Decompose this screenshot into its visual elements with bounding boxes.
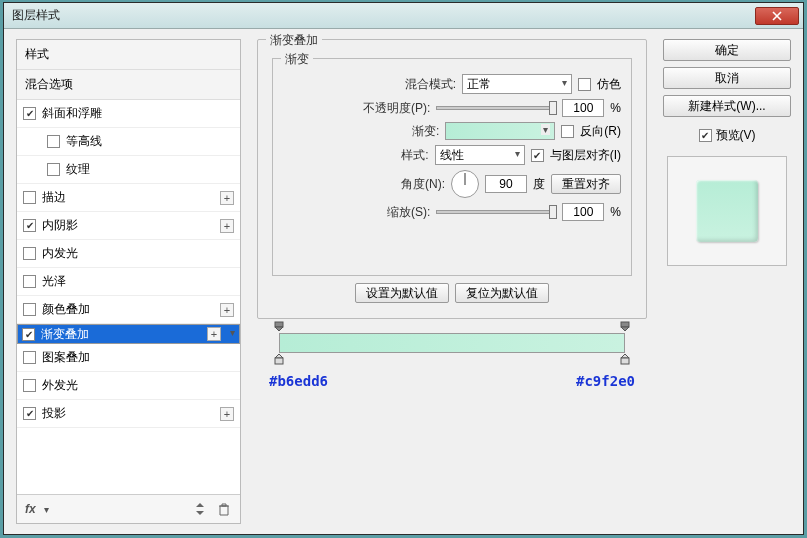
style-checkbox[interactable] bbox=[23, 191, 36, 204]
style-label: 光泽 bbox=[42, 273, 234, 290]
style-checkbox[interactable] bbox=[23, 275, 36, 288]
reset-default-button[interactable]: 复位为默认值 bbox=[455, 283, 549, 303]
style-label: 图案叠加 bbox=[42, 349, 234, 366]
scale-unit: % bbox=[610, 205, 621, 219]
close-button[interactable] bbox=[755, 7, 799, 25]
gradient-row: 渐变: 反向(R) bbox=[283, 122, 621, 140]
cancel-button[interactable]: 取消 bbox=[663, 67, 791, 89]
hex-right: #c9f2e0 bbox=[576, 373, 635, 389]
style-item-3[interactable]: 描边+ bbox=[17, 184, 240, 212]
opacity-slider[interactable] bbox=[436, 106, 556, 110]
styles-items-container: ✔斜面和浮雕等高线纹理描边+✔内阴影+内发光光泽颜色叠加+✔渐变叠加+图案叠加外… bbox=[17, 100, 240, 428]
fx-label[interactable]: fx bbox=[25, 502, 36, 516]
window-title: 图层样式 bbox=[8, 7, 755, 24]
style-item-4[interactable]: ✔内阴影+ bbox=[17, 212, 240, 240]
reverse-label: 反向(R) bbox=[580, 123, 621, 140]
blend-options-header[interactable]: 混合选项 bbox=[17, 70, 240, 100]
style-item-2[interactable]: 纹理 bbox=[17, 156, 240, 184]
style-checkbox[interactable] bbox=[47, 135, 60, 148]
gradient-editor: #b6edd6 #c9f2e0 bbox=[279, 319, 625, 399]
set-default-button[interactable]: 设置为默认值 bbox=[355, 283, 449, 303]
blend-mode-select[interactable]: 正常 bbox=[462, 74, 572, 94]
style-item-9[interactable]: 图案叠加 bbox=[17, 344, 240, 372]
opacity-input[interactable]: 100 bbox=[562, 99, 604, 117]
style-item-7[interactable]: 颜色叠加+ bbox=[17, 296, 240, 324]
dither-checkbox[interactable] bbox=[578, 78, 591, 91]
style-checkbox[interactable] bbox=[47, 163, 60, 176]
style-checkbox[interactable]: ✔ bbox=[23, 407, 36, 420]
style-label: 内发光 bbox=[42, 245, 234, 262]
angle-dial[interactable] bbox=[451, 170, 479, 198]
style-item-11[interactable]: ✔投影+ bbox=[17, 400, 240, 428]
add-icon[interactable]: + bbox=[207, 327, 221, 341]
scale-slider[interactable] bbox=[436, 210, 556, 214]
style-item-0[interactable]: ✔斜面和浮雕 bbox=[17, 100, 240, 128]
defaults-row: 设置为默认值 复位为默认值 bbox=[258, 283, 646, 303]
style-label: 描边 bbox=[42, 189, 214, 206]
reverse-checkbox[interactable] bbox=[561, 125, 574, 138]
style-item-8[interactable]: ✔渐变叠加+ bbox=[17, 324, 240, 344]
add-icon[interactable]: + bbox=[220, 219, 234, 233]
add-icon[interactable]: + bbox=[220, 407, 234, 421]
blend-mode-row: 混合模式: 正常 仿色 bbox=[283, 74, 621, 94]
style-label: 内阴影 bbox=[42, 217, 214, 234]
styles-header[interactable]: 样式 bbox=[17, 40, 240, 70]
align-checkbox[interactable]: ✔ bbox=[531, 149, 544, 162]
right-panel: 确定 取消 新建样式(W)... ✔ 预览(V) bbox=[663, 39, 791, 524]
preview-swatch bbox=[696, 180, 758, 242]
angle-input[interactable]: 90 bbox=[485, 175, 527, 193]
style-checkbox[interactable] bbox=[23, 379, 36, 392]
svg-rect-0 bbox=[275, 322, 283, 327]
styles-footer: fx ▾ bbox=[17, 494, 240, 523]
style-select[interactable]: 线性 bbox=[435, 145, 525, 165]
style-item-10[interactable]: 外发光 bbox=[17, 372, 240, 400]
style-label: 外发光 bbox=[42, 377, 234, 394]
style-checkbox[interactable] bbox=[23, 351, 36, 364]
options-panel: 渐变叠加 渐变 混合模式: 正常 仿色 不透明度(P): 100 % bbox=[253, 39, 651, 524]
preview-box bbox=[667, 156, 787, 266]
scale-label: 缩放(S): bbox=[350, 204, 430, 221]
svg-rect-3 bbox=[621, 358, 629, 364]
style-checkbox[interactable]: ✔ bbox=[23, 107, 36, 120]
style-row: 样式: 线性 ✔ 与图层对齐(I) bbox=[283, 145, 621, 165]
opacity-unit: % bbox=[610, 101, 621, 115]
style-checkbox[interactable] bbox=[23, 303, 36, 316]
opacity-row: 不透明度(P): 100 % bbox=[283, 99, 621, 117]
scale-input[interactable]: 100 bbox=[562, 203, 604, 221]
preview-checkbox[interactable]: ✔ bbox=[699, 129, 712, 142]
gradient-bar[interactable] bbox=[279, 333, 625, 353]
titlebar: 图层样式 bbox=[4, 3, 803, 29]
color-stop-right[interactable] bbox=[620, 353, 630, 365]
style-label: 等高线 bbox=[66, 133, 234, 150]
group-title: 渐变叠加 bbox=[266, 32, 322, 49]
style-item-6[interactable]: 光泽 bbox=[17, 268, 240, 296]
style-item-1[interactable]: 等高线 bbox=[17, 128, 240, 156]
gradient-overlay-group: 渐变叠加 渐变 混合模式: 正常 仿色 不透明度(P): 100 % bbox=[257, 39, 647, 319]
gradient-swatch[interactable] bbox=[445, 122, 555, 140]
style-checkbox[interactable]: ✔ bbox=[22, 328, 35, 341]
angle-label: 角度(N): bbox=[365, 176, 445, 193]
add-icon[interactable]: + bbox=[220, 191, 234, 205]
trash-icon[interactable] bbox=[216, 501, 232, 517]
ok-button[interactable]: 确定 bbox=[663, 39, 791, 61]
new-style-button[interactable]: 新建样式(W)... bbox=[663, 95, 791, 117]
reset-align-button[interactable]: 重置对齐 bbox=[551, 174, 621, 194]
close-icon bbox=[772, 11, 782, 21]
opacity-stop-left[interactable] bbox=[274, 321, 284, 331]
color-stop-left[interactable] bbox=[274, 353, 284, 365]
style-item-5[interactable]: 内发光 bbox=[17, 240, 240, 268]
style-label: 颜色叠加 bbox=[42, 301, 214, 318]
style-label: 投影 bbox=[42, 405, 214, 422]
style-checkbox[interactable] bbox=[23, 247, 36, 260]
up-down-icon[interactable] bbox=[192, 501, 208, 517]
style-label: 斜面和浮雕 bbox=[42, 105, 234, 122]
opacity-stop-right[interactable] bbox=[620, 321, 630, 331]
style-label: 样式: bbox=[349, 147, 429, 164]
add-icon[interactable]: + bbox=[220, 303, 234, 317]
fx-dropdown-icon[interactable]: ▾ bbox=[44, 504, 49, 515]
style-label: 渐变叠加 bbox=[41, 326, 201, 343]
style-checkbox[interactable]: ✔ bbox=[23, 219, 36, 232]
angle-unit: 度 bbox=[533, 176, 545, 193]
opacity-label: 不透明度(P): bbox=[350, 100, 430, 117]
blend-mode-value: 正常 bbox=[467, 76, 491, 93]
